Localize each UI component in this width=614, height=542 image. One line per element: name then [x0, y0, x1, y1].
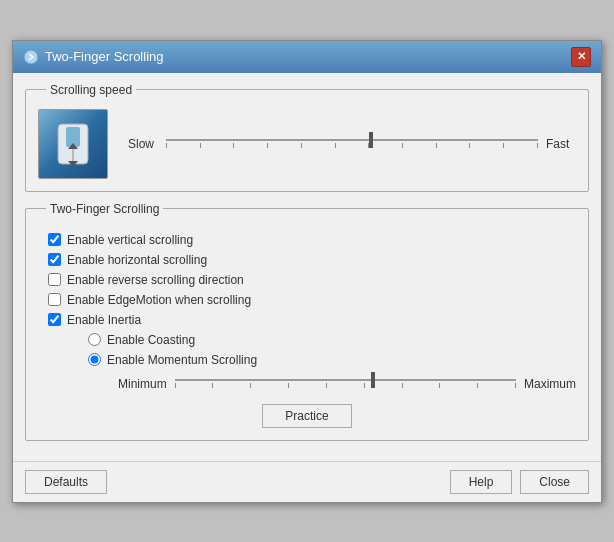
tick — [288, 383, 289, 388]
speed-slider-ticks — [166, 143, 538, 148]
scrolling-speed-group: Scrolling speed Slow — [25, 83, 589, 192]
tick — [477, 383, 478, 388]
momentum-slider-thumb[interactable] — [371, 372, 375, 388]
scrolling-speed-legend: Scrolling speed — [46, 83, 136, 97]
tick — [301, 143, 302, 148]
scroll-thumb-image — [38, 109, 108, 179]
speed-slider-track[interactable] — [166, 134, 538, 154]
window-title: Two-Finger Scrolling — [45, 49, 164, 64]
speed-slider-container: Slow — [128, 134, 576, 154]
momentum-slider-ticks — [175, 383, 516, 388]
scrolling-speed-content: Slow — [38, 105, 576, 179]
speed-slider-line — [166, 139, 538, 141]
edgemotion-label[interactable]: Enable EdgeMotion when scrolling — [67, 293, 251, 307]
horizontal-label[interactable]: Enable horizontal scrolling — [67, 253, 207, 267]
inertia-label[interactable]: Enable Inertia — [67, 313, 141, 327]
coasting-radio[interactable] — [88, 333, 101, 346]
inertia-row: Enable Inertia — [38, 310, 576, 330]
svg-point-0 — [24, 50, 38, 64]
tick — [267, 143, 268, 148]
tick — [537, 143, 538, 148]
horizontal-checkbox[interactable] — [48, 253, 61, 266]
tick — [503, 143, 504, 148]
tick — [326, 383, 327, 388]
window-icon — [23, 49, 39, 65]
tick — [200, 143, 201, 148]
inertia-sub-options: Enable Coasting Enable Momentum Scrollin… — [38, 330, 576, 394]
tick — [233, 143, 234, 148]
coasting-label[interactable]: Enable Coasting — [107, 333, 195, 347]
reverse-checkbox[interactable] — [48, 273, 61, 286]
title-bar-left: Two-Finger Scrolling — [23, 49, 164, 65]
tick — [402, 143, 403, 148]
tick — [364, 383, 365, 388]
reverse-label[interactable]: Enable reverse scrolling direction — [67, 273, 244, 287]
footer-right: Help Close — [450, 470, 589, 494]
content-area: Scrolling speed Slow — [13, 73, 601, 461]
edgemotion-row: Enable EdgeMotion when scrolling — [38, 290, 576, 310]
two-finger-group: Two-Finger Scrolling Enable vertical scr… — [25, 202, 589, 441]
maximum-label: Maximum — [524, 377, 576, 391]
vertical-label[interactable]: Enable vertical scrolling — [67, 233, 193, 247]
tick — [402, 383, 403, 388]
tick — [436, 143, 437, 148]
tick — [515, 383, 516, 388]
tick — [335, 143, 336, 148]
fast-label: Fast — [546, 137, 576, 151]
vertical-checkbox[interactable] — [48, 233, 61, 246]
close-footer-button[interactable]: Close — [520, 470, 589, 494]
two-finger-content: Enable vertical scrolling Enable horizon… — [38, 224, 576, 428]
slow-label: Slow — [128, 137, 158, 151]
defaults-button[interactable]: Defaults — [25, 470, 107, 494]
main-window: Two-Finger Scrolling ✕ Scrolling speed — [12, 40, 602, 503]
vertical-row: Enable vertical scrolling — [38, 230, 576, 250]
footer: Defaults Help Close — [13, 461, 601, 502]
tick — [175, 383, 176, 388]
tick — [212, 383, 213, 388]
help-button[interactable]: Help — [450, 470, 513, 494]
footer-left: Defaults — [25, 470, 107, 494]
scroll-icon-svg — [48, 119, 98, 169]
close-button[interactable]: ✕ — [571, 47, 591, 67]
momentum-radio[interactable] — [88, 353, 101, 366]
tick — [469, 143, 470, 148]
speed-slider-thumb[interactable] — [369, 132, 373, 148]
coasting-row: Enable Coasting — [58, 330, 576, 350]
two-finger-legend: Two-Finger Scrolling — [46, 202, 163, 216]
momentum-slider-track[interactable] — [175, 374, 516, 394]
edgemotion-checkbox[interactable] — [48, 293, 61, 306]
momentum-slider-line — [175, 379, 516, 381]
minimum-label: Minimum — [118, 377, 167, 391]
practice-row: Practice — [38, 404, 576, 428]
tick — [439, 383, 440, 388]
momentum-slider-wrapper: Minimum — [58, 374, 576, 394]
inertia-checkbox[interactable] — [48, 313, 61, 326]
horizontal-row: Enable horizontal scrolling — [38, 250, 576, 270]
momentum-label[interactable]: Enable Momentum Scrolling — [107, 353, 257, 367]
tick — [250, 383, 251, 388]
tick — [166, 143, 167, 148]
practice-button[interactable]: Practice — [262, 404, 351, 428]
reverse-row: Enable reverse scrolling direction — [38, 270, 576, 290]
title-bar: Two-Finger Scrolling ✕ — [13, 41, 601, 73]
momentum-row: Enable Momentum Scrolling — [58, 350, 576, 370]
